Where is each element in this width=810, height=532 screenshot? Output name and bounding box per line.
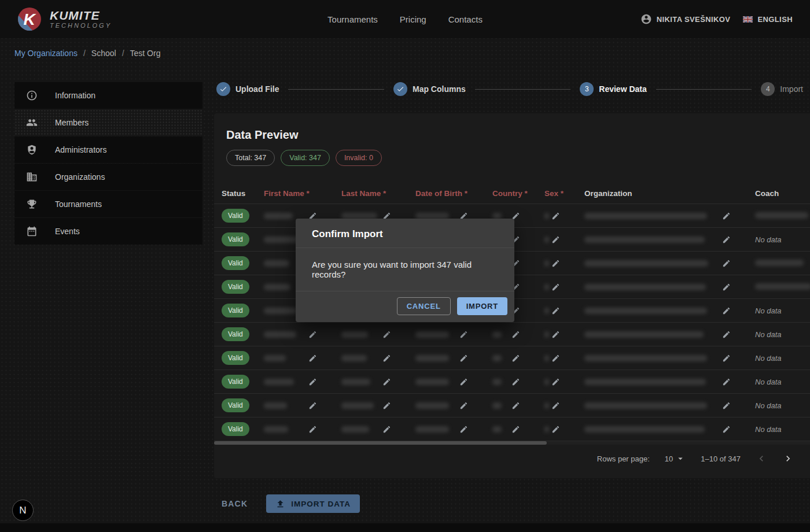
edit-button[interactable] xyxy=(307,400,318,411)
breadcrumb-item-my-organizations[interactable]: My Organizations xyxy=(14,49,78,58)
pencil-icon xyxy=(511,330,520,339)
sidebar-item-label: Members xyxy=(55,118,89,127)
column-header-organization: Organization xyxy=(584,189,755,198)
redacted-value xyxy=(264,355,286,361)
edit-button[interactable] xyxy=(721,258,732,269)
pencil-icon xyxy=(551,354,560,363)
nav-link-pricing[interactable]: Pricing xyxy=(400,14,426,24)
breadcrumb-item-school[interactable]: School xyxy=(91,49,116,58)
confirm-import-button[interactable]: IMPORT xyxy=(457,297,507,315)
nav-link-tournaments[interactable]: Tournaments xyxy=(327,14,378,24)
stepper-step-import: 4Import xyxy=(761,82,803,96)
edit-button[interactable] xyxy=(458,424,469,435)
tournaments-icon xyxy=(26,198,38,210)
edit-button[interactable] xyxy=(721,210,732,221)
cancel-button[interactable]: CANCEL xyxy=(397,297,451,315)
chevron-right-icon xyxy=(782,453,794,464)
cell-coach xyxy=(755,212,810,220)
next-page-button[interactable] xyxy=(782,453,794,464)
previous-page-button[interactable] xyxy=(756,453,767,464)
confirm-import-dialog: Confirm Import Are you sure you want to … xyxy=(296,219,514,322)
sidebar-item-label: Information xyxy=(55,91,95,100)
pencil-icon xyxy=(722,235,731,244)
language-switcher[interactable]: ENGLISH xyxy=(743,15,793,24)
edit-button[interactable] xyxy=(550,210,561,221)
rows-per-page-select[interactable]: 10 xyxy=(665,453,686,464)
import-data-button[interactable]: IMPORT DATA xyxy=(266,494,360,513)
cell-org xyxy=(584,210,755,221)
edit-button[interactable] xyxy=(550,329,561,340)
events-icon xyxy=(26,226,38,237)
edit-button[interactable] xyxy=(550,353,561,364)
summary-chips: Total: 347Valid: 347Invalid: 0 xyxy=(226,150,810,166)
sidebar-item-administrators[interactable]: Administrators xyxy=(14,136,203,163)
redacted-value xyxy=(544,331,549,338)
edit-button[interactable] xyxy=(381,424,392,435)
redacted-value xyxy=(415,355,449,361)
edit-button[interactable] xyxy=(510,353,521,364)
redacted-value xyxy=(544,379,549,385)
pencil-icon xyxy=(382,401,391,410)
redacted-value xyxy=(584,213,707,219)
cell-country xyxy=(492,353,544,364)
pencil-icon xyxy=(511,401,520,410)
topbar-right: NIKITA SVEŠNIKOV ENGLISH xyxy=(483,13,793,25)
sidebar-item-label: Events xyxy=(55,227,80,236)
user-menu[interactable]: NIKITA SVEŠNIKOV xyxy=(640,13,731,25)
dev-badge-button[interactable]: N xyxy=(12,500,34,521)
edit-button[interactable] xyxy=(381,329,392,340)
edit-button[interactable] xyxy=(721,400,732,411)
cell-first xyxy=(264,424,341,435)
edit-button[interactable] xyxy=(550,305,561,316)
edit-button[interactable] xyxy=(721,305,732,316)
sidebar-item-members[interactable]: Members xyxy=(14,109,203,136)
sidebar-item-organizations[interactable]: Organizations xyxy=(14,164,203,190)
edit-button[interactable] xyxy=(721,424,732,435)
edit-button[interactable] xyxy=(510,400,521,411)
cell-first xyxy=(264,376,341,387)
edit-button[interactable] xyxy=(458,329,469,340)
edit-button[interactable] xyxy=(458,400,469,411)
edit-button[interactable] xyxy=(381,353,392,364)
dialog-title: Confirm Import xyxy=(296,219,514,248)
sidebar-item-events[interactable]: Events xyxy=(14,218,203,245)
edit-button[interactable] xyxy=(307,424,318,435)
brand-logo[interactable]: K KUMITE TECHNOLOGY xyxy=(17,7,327,31)
edit-button[interactable] xyxy=(721,353,732,364)
edit-button[interactable] xyxy=(721,234,732,245)
edit-button[interactable] xyxy=(550,234,561,245)
edit-button[interactable] xyxy=(381,400,392,411)
edit-button[interactable] xyxy=(550,282,561,293)
edit-button[interactable] xyxy=(510,424,521,435)
sidebar-item-tournaments[interactable]: Tournaments xyxy=(14,191,203,217)
pencil-icon xyxy=(722,354,731,363)
cell-last xyxy=(341,376,415,387)
step-circle xyxy=(393,82,407,96)
edit-button[interactable] xyxy=(721,282,732,293)
cell-sex xyxy=(544,400,584,411)
edit-button[interactable] xyxy=(307,376,318,387)
edit-button[interactable] xyxy=(510,376,521,387)
edit-button[interactable] xyxy=(550,376,561,387)
redacted-value xyxy=(264,308,297,314)
edit-button[interactable] xyxy=(550,400,561,411)
edit-button[interactable] xyxy=(550,424,561,435)
edit-button[interactable] xyxy=(381,376,392,387)
status-badge: Valid xyxy=(222,327,249,341)
edit-button[interactable] xyxy=(721,376,732,387)
back-button[interactable]: BACK xyxy=(222,499,248,508)
edit-button[interactable] xyxy=(458,353,469,364)
edit-button[interactable] xyxy=(458,376,469,387)
edit-button[interactable] xyxy=(307,329,318,340)
cell-dob xyxy=(415,424,492,435)
edit-button[interactable] xyxy=(510,329,521,340)
edit-button[interactable] xyxy=(307,353,318,364)
sidebar-item-information[interactable]: Information xyxy=(14,82,203,109)
horizontal-scrollbar-thumb[interactable] xyxy=(214,441,547,445)
table-row: ValidNo data xyxy=(214,323,810,346)
cell-coach xyxy=(755,259,810,268)
edit-button[interactable] xyxy=(721,329,732,340)
nav-link-contacts[interactable]: Contacts xyxy=(448,14,483,24)
redacted-value xyxy=(584,379,706,385)
edit-button[interactable] xyxy=(550,258,561,269)
